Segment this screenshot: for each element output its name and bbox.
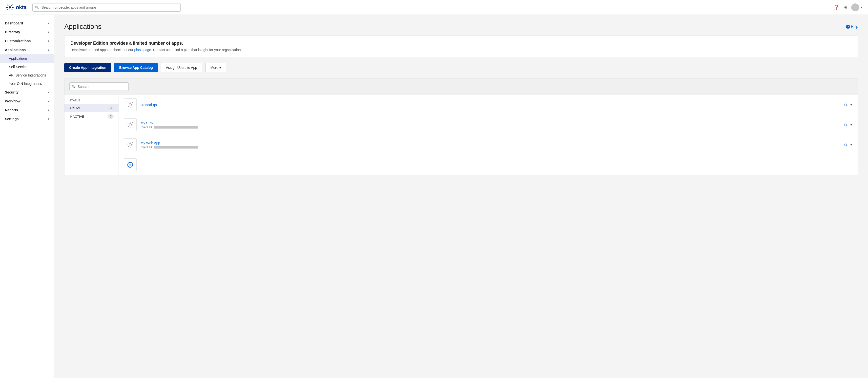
filter-section-title: STATUS [64,95,119,104]
info-banner-text: Deactivate unused apps or check out our … [70,48,852,52]
search-icon: 🔍 [72,85,75,89]
app-client-id: Client ID: [141,126,839,129]
app-name-link[interactable]: credoai-qa [141,103,157,107]
app-settings-button[interactable]: ⚙ [843,122,848,128]
svg-point-10 [129,124,131,126]
action-bar: Create App Integration Browse App Catalo… [64,63,858,72]
chevron-down-icon: ▾ [48,31,49,34]
app-row-actions: ⚙ ▾ [843,142,853,148]
topnav-actions: ❓ ⊞ ▾ [833,3,862,11]
chevron-down-icon: ▾ [48,109,49,112]
app-settings-button[interactable]: ⚙ [843,102,848,108]
filter-active[interactable]: ACTIVE 3 [64,104,119,112]
app-list-container: 🔍 STATUS ACTIVE 3 INACTIVE 3 [64,78,858,175]
chevron-down-icon: ▾ [219,66,221,70]
sidebar-item-self-service[interactable]: Self Service [0,63,54,71]
app-info: credoai-qa [141,103,839,107]
sidebar-item-customizations[interactable]: Customizations ▾ [0,36,54,45]
user-menu[interactable]: ▾ [851,3,862,11]
svg-line-8 [7,9,8,10]
app-info: My SPA Client ID: [141,121,839,129]
help-link[interactable]: ? Help [846,25,858,29]
browse-app-catalog-button[interactable]: Browse App Catalog [114,63,158,72]
app-row-actions: ⚙ ▾ [843,122,853,128]
gear-icon [127,122,134,128]
chevron-up-icon: ▴ [48,48,49,51]
create-app-integration-button[interactable]: Create App Integration [64,63,111,72]
app-search-bar: 🔍 [64,78,858,95]
sidebar-item-api-service-integrations[interactable]: API Service Integrations [0,71,54,79]
chevron-down-icon: ▾ [48,117,49,121]
svg-point-0 [9,6,11,8]
svg-line-5 [7,5,8,6]
gear-icon [127,141,134,148]
app-info: My Web App Client ID: [141,141,839,149]
table-row: My Web App Client ID: ⚙ ▾ [119,135,858,155]
inactive-count-badge: 3 [108,114,114,119]
svg-point-11 [129,144,131,146]
help-icon[interactable]: ❓ [833,4,840,10]
sidebar-item-directory[interactable]: Directory ▾ [0,28,54,36]
app-menu-button[interactable]: ▾ [849,122,853,128]
okta-logo[interactable]: okta [6,3,26,11]
page-title: Applications [64,23,101,31]
table-row: My SPA Client ID: ⚙ ▾ [119,115,858,135]
info-banner: Developer Edition provides a limited num… [64,36,858,57]
help-circle-icon: ? [846,25,850,29]
svg-line-7 [11,5,12,6]
app-menu-button[interactable]: ▾ [849,142,853,147]
search-icon: 🔍 [35,5,39,9]
chevron-down-icon: ▾ [48,91,49,94]
app-search-input[interactable] [69,82,129,91]
app-name-link[interactable]: My SPA [141,121,153,125]
app-icon [124,98,136,111]
global-search-container: 🔍 [32,3,181,11]
chevron-down-icon: ▾ [48,22,49,25]
sidebar-item-security[interactable]: Security ▾ [0,88,54,97]
sidebar: Dashboard ▾ Directory ▾ Customizations ▾… [0,15,54,378]
table-row: credoai-qa ⚙ ▾ [119,95,858,115]
app-icon [124,118,136,131]
sidebar-item-dashboard[interactable]: Dashboard ▾ [0,19,54,28]
page-header: Applications ? Help [64,23,858,31]
chevron-down-icon: ▾ [48,100,49,103]
app-name-link[interactable]: My Web App [141,141,160,145]
sidebar-item-applications-applications[interactable]: Applications [0,54,54,63]
table-row [119,155,858,175]
client-id-redacted [154,146,198,148]
top-navigation: okta 🔍 ❓ ⊞ ▾ [0,0,868,15]
active-count-badge: 3 [108,106,114,110]
client-id-redacted [154,126,198,129]
global-search-input[interactable] [32,3,181,11]
more-button[interactable]: More ▾ [205,63,226,72]
plans-page-link[interactable]: plans page [134,48,151,52]
avatar [851,3,859,11]
sidebar-sub-applications: Applications Self Service API Service In… [0,54,54,88]
sidebar-item-reports[interactable]: Reports ▾ [0,106,54,114]
main-content: Applications ? Help Developer Edition pr… [54,15,868,378]
info-banner-title: Developer Edition provides a limited num… [70,41,852,46]
grid-icon[interactable]: ⊞ [843,5,847,10]
svg-point-9 [129,104,131,106]
app-menu-button[interactable]: ▾ [849,102,853,108]
filter-inactive[interactable]: INACTIVE 3 [64,112,119,121]
gear-icon [127,101,134,108]
app-logo-icon [127,161,134,168]
chevron-down-icon: ▾ [48,39,49,43]
okta-wordmark: okta [16,4,26,11]
sidebar-item-workflow[interactable]: Workflow ▾ [0,97,54,106]
app-results: credoai-qa ⚙ ▾ [119,95,858,175]
app-settings-button[interactable]: ⚙ [843,142,848,148]
app-client-id: Client ID: [141,145,839,149]
svg-line-6 [11,9,12,10]
app-list-body: STATUS ACTIVE 3 INACTIVE 3 [64,95,858,175]
app-icon [124,138,136,151]
chevron-down-icon: ▾ [861,6,862,9]
sidebar-item-applications[interactable]: Applications ▴ [0,45,54,54]
page-layout: Dashboard ▾ Directory ▾ Customizations ▾… [0,15,868,378]
sidebar-item-settings[interactable]: Settings ▾ [0,114,54,124]
app-icon [124,159,136,171]
app-row-actions: ⚙ ▾ [843,102,853,108]
assign-users-to-app-button[interactable]: Assign Users to App [161,63,202,72]
sidebar-item-oin-integrations[interactable]: Your OIN Integrations [0,79,54,88]
